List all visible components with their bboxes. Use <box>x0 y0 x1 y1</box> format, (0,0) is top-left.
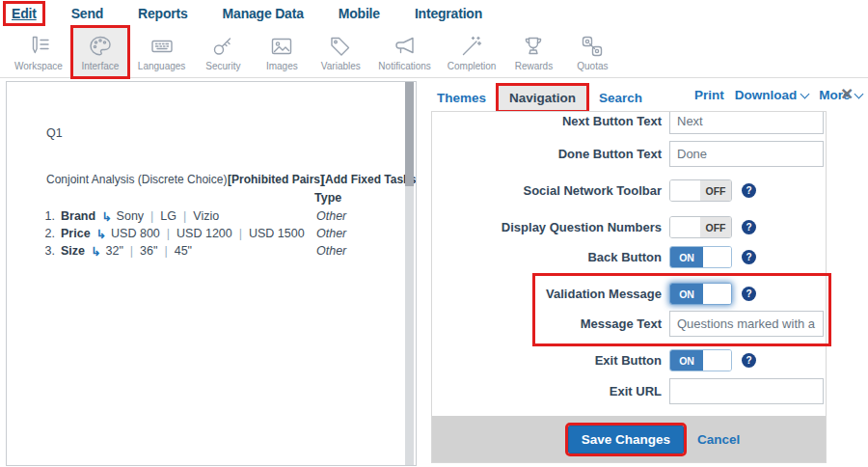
toggle-state-label: ON <box>670 247 703 267</box>
toggle-state-label: OFF <box>700 217 731 237</box>
tab-navigation[interactable]: Navigation <box>499 86 586 110</box>
validation-message-toggle[interactable]: ON <box>669 283 732 305</box>
row-number: 1. <box>40 209 55 223</box>
level-separator: | <box>167 227 170 240</box>
images-icon <box>269 34 294 59</box>
toolbar-item-interface[interactable]: Interface <box>72 27 128 77</box>
next-button-text-input[interactable] <box>669 111 824 134</box>
variables-icon <box>328 34 353 59</box>
row-type: Other <box>316 244 346 258</box>
form-row-display-question-numbers: Display Question Numbers OFF ? <box>440 214 822 240</box>
form-row-message-text: Message Text <box>440 311 822 337</box>
toolbar-item-quotas[interactable]: Quotas <box>564 27 620 77</box>
toolbar-item-rewards[interactable]: Rewards <box>505 27 561 77</box>
level-arrow-icon: ↳ <box>91 244 100 259</box>
top-nav: Edit Send Reports Manage Data Mobile Int… <box>0 0 868 27</box>
quotas-icon <box>580 34 605 59</box>
nav-item-integration[interactable]: Integration <box>409 4 488 23</box>
cancel-link[interactable]: Cancel <box>697 432 740 447</box>
toolbar-item-workspace[interactable]: Workspace <box>8 27 69 77</box>
level-value: 45" <box>175 244 192 258</box>
nav-item-mobile[interactable]: Mobile <box>333 4 386 23</box>
level-value: 32" <box>106 244 123 258</box>
security-icon <box>210 34 235 59</box>
tab-search[interactable]: Search <box>599 91 642 105</box>
attribute-row: 3. Size ↳ 32" | 36" | 45" Other <box>40 243 404 259</box>
type-column-header: Type <box>314 191 341 205</box>
languages-icon <box>149 34 175 59</box>
close-icon[interactable]: × <box>841 82 853 105</box>
chevron-down-icon <box>800 90 810 99</box>
level-arrow-icon: ↳ <box>96 227 106 241</box>
help-icon[interactable]: ? <box>742 287 756 301</box>
level-separator: | <box>239 227 242 240</box>
back-button-toggle[interactable]: ON <box>669 246 732 268</box>
level-arrow-icon: ↳ <box>101 209 111 224</box>
toolbar-item-languages[interactable]: Languages <box>131 27 193 77</box>
form-row-exit-url: Exit URL <box>440 378 822 404</box>
save-changes-button[interactable]: Save Changes <box>568 426 684 453</box>
toolbar-item-security[interactable]: Security <box>195 27 251 77</box>
level-value: USD 1200 <box>176 227 232 240</box>
level-separator: | <box>183 209 186 223</box>
toolbar-label: Security <box>205 61 240 71</box>
form-row-validation-message: Validation Message ON ? <box>440 281 822 307</box>
row-type: Other <box>316 209 346 223</box>
field-label: Social Network Toolbar <box>440 183 662 198</box>
toolbar-label: Rewards <box>515 61 553 71</box>
prohibited-pairs-link[interactable]: [Prohibited Pairs] <box>228 173 324 186</box>
toolbar-label: Completion <box>448 61 497 71</box>
scrollbar-thumb[interactable] <box>405 82 414 186</box>
field-label: Exit URL <box>440 384 662 398</box>
help-icon[interactable]: ? <box>742 250 756 264</box>
help-icon[interactable]: ? <box>742 183 756 198</box>
survey-preview-panel: Q1 Conjoint Analysis (Discrete Choice) [… <box>6 81 417 466</box>
row-type: Other <box>316 227 346 240</box>
exit-url-input[interactable] <box>669 378 824 404</box>
toggle-state-label: ON <box>670 284 703 304</box>
nav-item-send[interactable]: Send <box>66 4 109 23</box>
preview-scrollbar[interactable] <box>405 82 414 465</box>
tab-themes[interactable]: Themes <box>437 91 486 105</box>
toolbar-item-images[interactable]: Images <box>254 27 310 77</box>
display-question-numbers-toggle[interactable]: OFF <box>669 216 732 238</box>
attribute-row: 1. Brand ↳ Sony | LG | Vizio Other <box>40 208 404 224</box>
form-row-next-button-text: Next Button Text <box>440 111 822 134</box>
social-network-toolbar-toggle[interactable]: OFF <box>669 179 732 202</box>
header-actions: Print Download More <box>694 88 862 102</box>
nav-item-manage-data[interactable]: Manage Data <box>217 4 310 23</box>
message-text-input[interactable] <box>669 311 824 337</box>
form-row-back-button: Back Button ON ? <box>440 244 822 270</box>
rewards-icon <box>521 34 546 59</box>
field-label: Message Text <box>440 316 662 331</box>
attribute-name: Size <box>61 244 85 258</box>
add-fixed-tasks-link[interactable]: [Add Fixed Tasks <box>321 173 416 186</box>
help-icon[interactable]: ? <box>742 220 756 234</box>
toolbar-item-notifications[interactable]: Notifications <box>371 27 437 77</box>
print-link[interactable]: Print <box>694 88 724 102</box>
field-label: Exit Button <box>440 353 662 368</box>
toolbar-item-completion[interactable]: Completion <box>441 27 503 77</box>
toolbar-label: Languages <box>138 61 186 71</box>
exit-button-toggle[interactable]: ON <box>669 349 732 371</box>
toggle-state-label: ON <box>670 350 703 371</box>
form-row-done-button-text: Done Button Text <box>440 141 822 167</box>
toolbar-label: Quotas <box>577 61 608 71</box>
level-separator: | <box>130 244 133 258</box>
workspace-icon <box>26 34 51 59</box>
row-number: 2. <box>40 227 55 240</box>
field-label: Display Question Numbers <box>440 220 662 234</box>
edit-toolbar: Workspace Interface Languages Security I… <box>0 27 868 78</box>
form-row-exit-button: Exit Button ON ? <box>440 347 822 373</box>
question-title: Conjoint Analysis (Discrete Choice) <box>46 173 227 186</box>
done-button-text-input[interactable] <box>669 141 824 167</box>
field-label: Next Button Text <box>440 114 662 128</box>
toolbar-item-variables[interactable]: Variables <box>312 27 368 77</box>
form-footer: Save Changes Cancel <box>432 416 826 462</box>
nav-item-edit[interactable]: Edit <box>6 4 42 23</box>
download-link[interactable]: Download <box>735 88 809 102</box>
attribute-name: Brand <box>61 209 95 223</box>
level-value: Vizio <box>193 209 219 223</box>
help-icon[interactable]: ? <box>742 353 756 368</box>
nav-item-reports[interactable]: Reports <box>132 4 194 23</box>
